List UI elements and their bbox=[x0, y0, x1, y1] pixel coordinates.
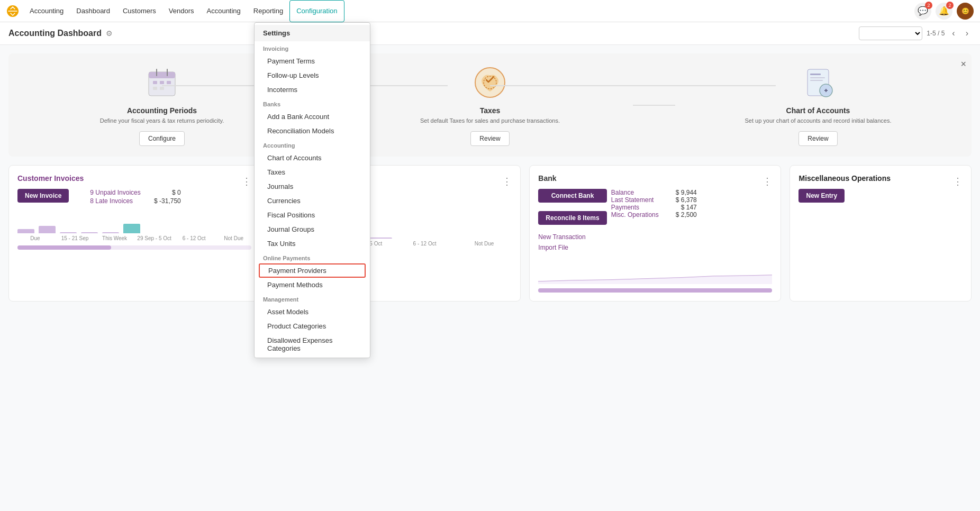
add-bank-account-item[interactable]: Add a Bank Account bbox=[255, 110, 370, 124]
activity-icon-btn[interactable]: 🔔 2 bbox=[936, 3, 952, 20]
bank-card: Bank ⋮ Connect Bank Reconcile 8 Items Ne… bbox=[529, 165, 781, 302]
pagination-next[interactable]: › bbox=[963, 28, 972, 39]
bank-line-chart bbox=[538, 258, 772, 284]
vendor-bills-menu-icon[interactable]: ⋮ bbox=[502, 176, 512, 187]
followup-levels-item[interactable]: Follow-up Levels bbox=[255, 68, 370, 83]
svg-rect-5 bbox=[153, 81, 157, 84]
customer-invoices-actions: New Invoice bbox=[17, 189, 69, 208]
bank-actions: Connect Bank Reconcile 8 Items New Trans… bbox=[538, 189, 606, 251]
chart-of-accounts-item[interactable]: Chart of Accounts bbox=[255, 151, 370, 165]
svg-rect-17 bbox=[810, 77, 825, 78]
nav-customers[interactable]: Customers bbox=[116, 0, 162, 22]
misc-title: Miscellaneous Operations bbox=[798, 174, 891, 182]
nav-accounting2[interactable]: Accounting bbox=[201, 0, 247, 22]
payment-methods-item[interactable]: Payment Methods bbox=[255, 278, 370, 292]
step1-desc: Define your fiscal years & tax returns p… bbox=[100, 117, 224, 125]
bank-stats: Balance $ 9,944 Last Statement $ 6,378 P… bbox=[611, 189, 697, 218]
unpaid-stat-row: 9 Unpaid Invoices $ 0 bbox=[90, 189, 180, 196]
app-logo[interactable] bbox=[6, 5, 19, 17]
customer-invoices-menu-icon[interactable]: ⋮ bbox=[242, 176, 251, 187]
misc-operations-row: Misc. Operations $ 2,500 bbox=[611, 211, 697, 218]
settings-gear-icon[interactable]: ⚙ bbox=[106, 29, 113, 38]
last-statement-label[interactable]: Last Statement bbox=[611, 196, 654, 204]
period-selector[interactable] bbox=[859, 26, 922, 40]
messages-icon-btn[interactable]: 💬 2 bbox=[914, 3, 931, 20]
asset-models-item[interactable]: Asset Models bbox=[255, 305, 370, 310]
reconcile-btn[interactable]: Reconcile 8 Items bbox=[538, 211, 606, 225]
onboarding-close-btn[interactable]: × bbox=[960, 59, 966, 70]
online-payments-section-header: Online Payments bbox=[255, 251, 370, 263]
unpaid-invoices-val: $ 0 bbox=[172, 189, 181, 196]
misc-operations-val: $ 2,500 bbox=[676, 211, 697, 218]
svg-rect-2 bbox=[149, 72, 175, 78]
customer-chart-bars bbox=[17, 212, 251, 233]
customer-invoices-card: Customer Invoices ⋮ New Invoice 9 Unpaid… bbox=[8, 165, 260, 302]
new-entry-btn[interactable]: New Entry bbox=[798, 189, 845, 203]
fiscal-positions-item[interactable]: Fiscal Positions bbox=[255, 208, 370, 222]
new-invoice-btn[interactable]: New Invoice bbox=[17, 189, 69, 203]
step2-title: Taxes bbox=[480, 106, 501, 115]
taxes-item[interactable]: Taxes bbox=[255, 165, 370, 179]
bank-header: Bank ⋮ bbox=[538, 174, 772, 189]
bank-scroll-thumb bbox=[538, 288, 772, 293]
bar6 bbox=[123, 224, 140, 233]
management-section-header: Management bbox=[255, 292, 370, 305]
unpaid-invoices-link[interactable]: 9 Unpaid Invoices bbox=[90, 189, 140, 196]
step1-title: Accounting Periods bbox=[127, 106, 197, 115]
step2-desc: Set default Taxes for sales and purchase… bbox=[420, 117, 560, 125]
messages-badge: 2 bbox=[925, 2, 932, 9]
bar5 bbox=[102, 232, 119, 233]
reconciliation-models-item[interactable]: Reconciliation Models bbox=[255, 124, 370, 138]
customer-chart-labels: Due 15 - 21 Sep This Week 29 Sep - 5 Oct… bbox=[17, 235, 251, 241]
customer-invoices-body: New Invoice 9 Unpaid Invoices $ 0 8 Late… bbox=[17, 189, 251, 208]
import-file-link[interactable]: Import File bbox=[538, 244, 606, 251]
nav-dashboard[interactable]: Dashboard bbox=[70, 0, 116, 22]
bank-body: Connect Bank Reconcile 8 Items New Trans… bbox=[538, 189, 772, 256]
customer-scroll-thumb bbox=[17, 245, 111, 250]
payment-providers-item[interactable]: Payment Providers bbox=[259, 263, 366, 278]
new-transaction-link[interactable]: New Transaction bbox=[538, 233, 606, 241]
customer-scroll-track bbox=[17, 245, 251, 250]
pagination-prev[interactable]: ‹ bbox=[949, 28, 958, 39]
journals-item[interactable]: Journals bbox=[255, 179, 370, 194]
activity-badge: 2 bbox=[946, 2, 954, 9]
pagination-info: 1-5 / 5 bbox=[927, 30, 945, 37]
settings-menu-item[interactable]: Settings bbox=[255, 25, 370, 41]
step2-review-btn[interactable]: Review bbox=[470, 131, 509, 146]
late-invoices-link[interactable]: 8 Late Invoices bbox=[90, 197, 133, 205]
nav-configuration[interactable]: Configuration bbox=[289, 0, 344, 22]
svg-rect-7 bbox=[167, 81, 171, 84]
bank-menu-icon[interactable]: ⋮ bbox=[763, 176, 772, 187]
nav-accounting[interactable]: Accounting bbox=[23, 0, 70, 22]
journal-groups-item[interactable]: Journal Groups bbox=[255, 222, 370, 236]
payment-terms-item[interactable]: Payment Terms bbox=[255, 54, 370, 68]
balance-label[interactable]: Balance bbox=[611, 189, 634, 196]
currencies-item[interactable]: Currencies bbox=[255, 194, 370, 208]
connect-bank-btn[interactable]: Connect Bank bbox=[538, 189, 606, 203]
customer-chart: Due 15 - 21 Sep This Week 29 Sep - 5 Oct… bbox=[17, 212, 251, 241]
svg-rect-16 bbox=[810, 74, 821, 75]
step1-configure-btn[interactable]: Configure bbox=[139, 131, 185, 146]
bar1 bbox=[17, 229, 34, 233]
last-statement-val: $ 6,378 bbox=[676, 196, 697, 204]
payments-label[interactable]: Payments bbox=[611, 204, 639, 211]
misc-operations-label[interactable]: Misc. Operations bbox=[611, 211, 659, 218]
misc-menu-icon[interactable]: ⋮ bbox=[953, 176, 963, 187]
customer-invoices-header: Customer Invoices ⋮ bbox=[17, 174, 251, 189]
svg-rect-8 bbox=[153, 87, 157, 90]
payments-row: Payments $ 147 bbox=[611, 204, 697, 211]
tax-units-item[interactable]: Tax Units bbox=[255, 236, 370, 251]
nav-reporting[interactable]: Reporting bbox=[247, 0, 289, 22]
last-statement-row: Last Statement $ 6,378 bbox=[611, 196, 697, 204]
user-avatar[interactable]: 😊 bbox=[957, 3, 974, 20]
vbar4 bbox=[367, 238, 392, 239]
accounting-periods-icon bbox=[143, 64, 180, 101]
nav-vendors[interactable]: Vendors bbox=[162, 0, 201, 22]
payments-val: $ 147 bbox=[681, 204, 697, 211]
invoicing-section-header: Invoicing bbox=[255, 41, 370, 54]
vlabel3: 6 - 12 Oct bbox=[397, 241, 452, 247]
step3-review-btn[interactable]: Review bbox=[798, 131, 837, 146]
bar3 bbox=[60, 232, 77, 233]
bank-title: Bank bbox=[538, 174, 556, 182]
incoterms-item[interactable]: Incoterms bbox=[255, 83, 370, 97]
